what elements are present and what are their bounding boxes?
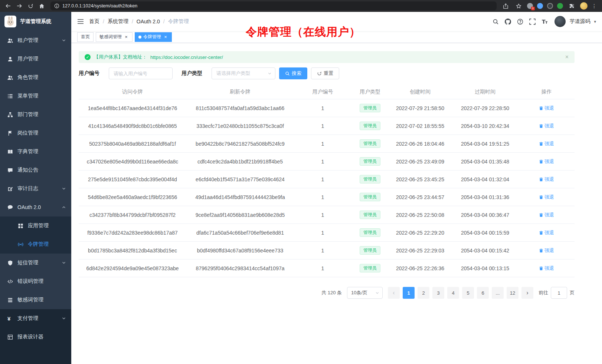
prev-page-button[interactable]: ‹ bbox=[388, 287, 400, 299]
page-size-select[interactable]: 10条/页 bbox=[347, 287, 383, 299]
sidebar-item-oauth2-token[interactable]: 令牌管理 bbox=[0, 235, 71, 254]
force-logout-button[interactable]: 强退 bbox=[539, 158, 554, 165]
sidebar-item-role[interactable]: 角色管理 bbox=[0, 68, 71, 87]
extension-icon[interactable] bbox=[547, 3, 553, 9]
force-logout-button[interactable]: 强退 bbox=[539, 265, 554, 272]
cell-user-id: 1 bbox=[294, 265, 351, 271]
cell-created: 2022-06-25 22:26:36 bbox=[389, 265, 452, 271]
cell-expires: 2054-03-10 20:42:34 bbox=[452, 123, 518, 129]
breadcrumb-item: 令牌管理 bbox=[168, 18, 189, 25]
tab-close-icon[interactable]: × bbox=[163, 34, 168, 40]
sidebar-item-menu[interactable]: 菜单管理 bbox=[0, 87, 71, 105]
force-logout-button[interactable]: 强退 bbox=[539, 229, 554, 236]
alert-close-icon[interactable]: × bbox=[565, 54, 569, 60]
force-logout-button[interactable]: 强退 bbox=[539, 247, 554, 254]
force-logout-button[interactable]: 强退 bbox=[539, 123, 554, 129]
sidebar-item-user[interactable]: 用户管理 bbox=[0, 50, 71, 68]
sidebar-item-error-code[interactable]: 错误码管理 bbox=[0, 272, 71, 291]
search-button[interactable]: 搜索 bbox=[279, 67, 307, 79]
app-logo-bar[interactable]: 芋道管理系统 bbox=[0, 12, 71, 31]
hamburger-icon[interactable] bbox=[77, 19, 84, 24]
force-logout-label: 强退 bbox=[544, 158, 554, 165]
chevron-down-icon[interactable]: ▾ bbox=[594, 19, 596, 24]
fullscreen-icon[interactable] bbox=[529, 19, 536, 25]
force-logout-button[interactable]: 强退 bbox=[539, 212, 554, 218]
doc-link[interactable]: https://doc.iocoder.cn/user-center/ bbox=[150, 54, 223, 60]
tab-label: 令牌管理 bbox=[143, 34, 161, 40]
sidebar-item-notice[interactable]: 通知公告 bbox=[0, 161, 71, 179]
page-button[interactable]: 4 bbox=[447, 287, 459, 299]
share-icon[interactable] bbox=[501, 1, 510, 10]
extensions-puzzle-icon[interactable] bbox=[567, 1, 576, 10]
site-info-icon[interactable] bbox=[54, 3, 59, 9]
goto-page-input[interactable] bbox=[551, 287, 567, 299]
extension-icon[interactable] bbox=[557, 3, 563, 9]
search-button-label: 搜索 bbox=[292, 70, 301, 77]
force-logout-label: 强退 bbox=[544, 247, 554, 254]
back-icon[interactable] bbox=[4, 1, 13, 10]
force-logout-button[interactable]: 强退 bbox=[539, 140, 554, 147]
page-button[interactable]: 1 bbox=[403, 287, 415, 299]
page-button[interactable]: 5 bbox=[462, 287, 474, 299]
sidebar-item-dept[interactable]: 部门管理 bbox=[0, 105, 71, 124]
force-logout-button[interactable]: 强退 bbox=[539, 176, 554, 183]
github-icon[interactable] bbox=[505, 19, 511, 25]
sidebar-item-oauth2[interactable]: OAuth 2.0 bbox=[0, 198, 71, 216]
sidebar-item-label: 字典管理 bbox=[17, 148, 66, 155]
cell-created: 2022-06-25 23:45:25 bbox=[389, 176, 452, 182]
page-button[interactable]: 12 bbox=[507, 287, 518, 299]
home-icon[interactable] bbox=[37, 1, 46, 10]
force-logout-button[interactable]: 强退 bbox=[539, 194, 554, 201]
browser-profile-avatar[interactable] bbox=[580, 2, 588, 10]
extension-icon[interactable]: 0 bbox=[527, 3, 533, 9]
cell-action: 强退 bbox=[518, 194, 575, 201]
bookmark-star-icon[interactable] bbox=[514, 1, 523, 10]
url-text: 127.0.0.1:1024/system/oauth2/token bbox=[62, 3, 137, 9]
tab-item[interactable]: 首页 bbox=[77, 32, 94, 42]
address-bar[interactable]: 127.0.0.1:1024/system/oauth2/token bbox=[50, 1, 497, 10]
cell-access-token: b0d1785bc3a8482f812db4a3f3bd15ec bbox=[79, 248, 186, 254]
page-more-button[interactable]: ... bbox=[492, 287, 504, 299]
cell-user-id: 1 bbox=[294, 212, 351, 218]
rows-icon bbox=[7, 297, 13, 303]
breadcrumb-item[interactable]: OAuth 2.0 bbox=[137, 19, 160, 24]
cell-action: 强退 bbox=[518, 140, 575, 147]
page-button[interactable]: 2 bbox=[418, 287, 429, 299]
breadcrumb-item[interactable]: 系统管理 bbox=[108, 18, 128, 25]
sidebar-item-audit-log[interactable]: 审计日志 bbox=[0, 179, 71, 198]
tab-item[interactable]: 敏感词管理× bbox=[96, 32, 132, 42]
browser-menu-icon[interactable]: ⋮ bbox=[592, 3, 597, 9]
tab-close-icon[interactable]: × bbox=[124, 34, 129, 40]
cell-user-type: 管理员 bbox=[351, 104, 389, 112]
extension-icon[interactable] bbox=[537, 3, 543, 9]
sidebar-item-tenant[interactable]: 租户管理 bbox=[0, 31, 71, 50]
cell-user-id: 1 bbox=[294, 123, 351, 129]
sidebar-item-report-designer[interactable]: 报表设计器 bbox=[0, 328, 71, 346]
font-size-icon[interactable] bbox=[542, 19, 548, 25]
reset-button[interactable]: 重置 bbox=[311, 67, 339, 79]
sidebar-item-label: 报表设计器 bbox=[17, 334, 66, 340]
reload-icon[interactable] bbox=[26, 1, 35, 10]
cell-refresh-token: 49d1aa46d1454fbd87591444423be9fa bbox=[186, 194, 294, 200]
pagination-pages: 123456...12 bbox=[403, 287, 518, 299]
username[interactable]: 芋道源码 bbox=[569, 18, 590, 25]
browser-toolbar-right: 0 ⋮ bbox=[501, 1, 598, 10]
sidebar-item-post[interactable]: 岗位管理 bbox=[0, 124, 71, 142]
question-icon[interactable] bbox=[517, 19, 523, 25]
next-page-button[interactable]: › bbox=[521, 287, 533, 299]
search-icon[interactable] bbox=[493, 19, 499, 25]
force-logout-button[interactable]: 强退 bbox=[539, 105, 554, 112]
page-button[interactable]: 6 bbox=[477, 287, 489, 299]
sidebar-item-sensitive-word[interactable]: 敏感词管理 bbox=[0, 291, 71, 309]
user-avatar[interactable] bbox=[554, 16, 566, 27]
page-button[interactable]: 3 bbox=[432, 287, 444, 299]
breadcrumb-item[interactable]: 首页 bbox=[89, 18, 99, 25]
user-id-input[interactable] bbox=[109, 67, 173, 79]
forward-icon[interactable] bbox=[15, 1, 24, 10]
tab-item[interactable]: 令牌管理× bbox=[135, 32, 172, 42]
sidebar-item-sms[interactable]: 短信管理 bbox=[0, 254, 71, 272]
sidebar-item-dict[interactable]: 字典管理 bbox=[0, 142, 71, 161]
user-type-select[interactable]: 请选择用户类型 bbox=[212, 67, 275, 79]
sidebar-item-oauth2-app[interactable]: 应用管理 bbox=[0, 216, 71, 235]
sidebar-item-pay[interactable]: ¥支付管理 bbox=[0, 309, 71, 328]
